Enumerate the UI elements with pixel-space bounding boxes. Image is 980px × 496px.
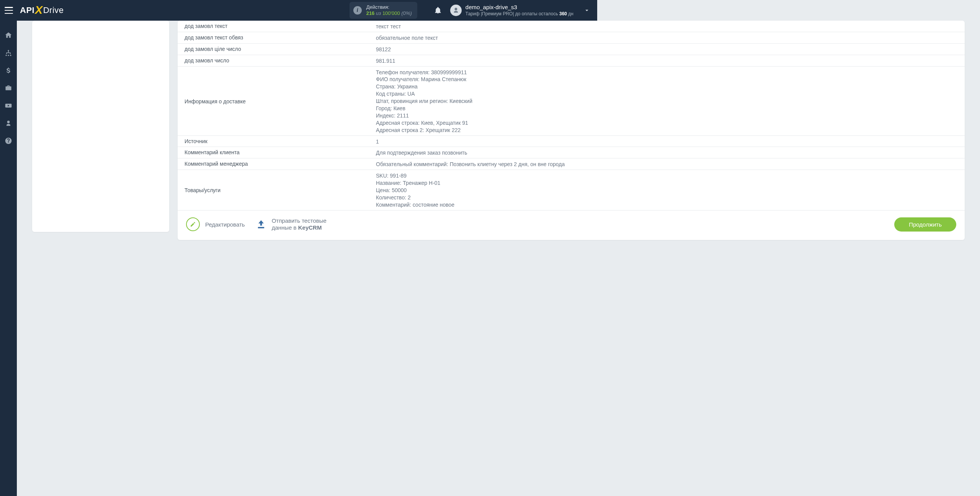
- field-value: 1: [376, 137, 597, 145]
- left-panel: [32, 21, 169, 232]
- billing-icon[interactable]: [5, 67, 12, 74]
- avatar-icon: [450, 5, 462, 16]
- right-panel: дод замовл тексттекст тестдод замовл тек…: [178, 21, 597, 240]
- table-row: Комментарий клиентаДля подтверждения зак…: [178, 147, 597, 158]
- actions-counter[interactable]: i Действия: 216 из 100'000 (0%): [350, 2, 417, 19]
- field-value: 981.911: [376, 57, 597, 65]
- info-icon: i: [353, 6, 362, 15]
- actions-label: Действия:: [366, 4, 412, 10]
- main-area: дод замовл тексттекст тестдод замовл тек…: [17, 21, 597, 300]
- user-menu[interactable]: demo_apix-drive_s3 Тариф |Премиум PRO| д…: [450, 4, 573, 17]
- actions-pct: (0%): [401, 10, 412, 16]
- username: demo_apix-drive_s3: [466, 4, 573, 11]
- field-label: дод замовл текст: [185, 22, 376, 29]
- video-icon[interactable]: [5, 102, 12, 109]
- table-row: дод замовл тексттекст тест: [178, 21, 597, 32]
- field-label: Источник: [185, 137, 376, 144]
- table-row: Товары/услугиSKU: 991-89 Название: Трена…: [178, 170, 597, 210]
- field-label: Информация о доставке: [185, 98, 376, 104]
- account-icon[interactable]: [5, 119, 12, 127]
- actions-of: из: [376, 10, 381, 16]
- table-row: Комментарий менеджераОбязательный коммен…: [178, 158, 597, 170]
- table-row: Источник1: [178, 136, 597, 147]
- field-label: Товары/услуги: [185, 186, 376, 193]
- topbar: API X Drive i Действия: 216 из 100'000 (…: [0, 0, 597, 21]
- field-label: дод замовл ціле число: [185, 45, 376, 52]
- pencil-icon: [186, 217, 200, 231]
- menu-toggle-icon[interactable]: [5, 7, 13, 14]
- logo[interactable]: API X Drive: [20, 4, 64, 17]
- field-value: текст тест: [376, 22, 597, 30]
- upload-icon: [255, 219, 267, 230]
- tariff-suffix: дн: [567, 11, 573, 16]
- table-row: дод замовл ціле число98122: [178, 44, 597, 55]
- send-line2-prefix: данные в: [272, 224, 298, 231]
- field-label: Комментарий клиента: [185, 148, 376, 155]
- table-row: Информация о доставкеТелефон получателя:…: [178, 67, 597, 136]
- home-icon[interactable]: [5, 31, 12, 39]
- send-test-label: Отправить тестовые данные в KeyCRM: [272, 217, 327, 232]
- send-brand: KeyCRM: [298, 224, 322, 231]
- tariff-days: 360: [559, 11, 567, 16]
- edit-label: Редактировать: [205, 221, 245, 228]
- edit-button[interactable]: Редактировать: [186, 217, 245, 231]
- help-icon[interactable]: [5, 137, 12, 145]
- field-label: дод замовл текст обвяз: [185, 34, 376, 41]
- actions-count: 216: [366, 10, 375, 16]
- chevron-down-icon[interactable]: [583, 7, 590, 14]
- table-row: дод замовл текст обвязобязательное поле …: [178, 32, 597, 44]
- send-test-data-button[interactable]: Отправить тестовые данные в KeyCRM: [255, 217, 327, 232]
- field-value: SKU: 991-89 Название: Тренажер H-01 Цена…: [376, 171, 597, 208]
- notifications-icon[interactable]: [434, 7, 442, 14]
- tariff-line: Тариф |Премиум PRO| до оплаты осталось 3…: [466, 11, 573, 17]
- connections-icon[interactable]: [5, 49, 12, 57]
- logo-x-icon: X: [35, 3, 43, 16]
- field-value: 98122: [376, 45, 597, 53]
- action-row: Редактировать Отправить тестовые данные …: [178, 210, 597, 232]
- data-table: дод замовл тексттекст тестдод замовл тек…: [178, 21, 597, 210]
- tariff-prefix: Тариф |Премиум PRO| до оплаты осталось: [466, 11, 559, 16]
- field-label: дод замовл число: [185, 57, 376, 64]
- actions-limit: 100'000: [382, 10, 400, 16]
- field-value: Для подтверждения заказ позвонить: [376, 148, 597, 157]
- field-label: Комментарий менеджера: [185, 160, 376, 167]
- field-value: обязательное поле текст: [376, 34, 597, 42]
- field-value: Телефон получателя: 380999999911 ФИО пол…: [376, 68, 597, 134]
- briefcase-icon[interactable]: [5, 84, 12, 92]
- user-text: demo_apix-drive_s3 Тариф |Премиум PRO| д…: [466, 4, 573, 17]
- field-value: Обязательный комментарий: Позвонить клие…: [376, 160, 597, 168]
- actions-text: Действия: 216 из 100'000 (0%): [366, 4, 412, 17]
- logo-api: API: [20, 5, 34, 15]
- logo-drive: Drive: [43, 5, 64, 15]
- side-rail: [0, 21, 17, 300]
- table-row: дод замовл число981.911: [178, 55, 597, 67]
- send-line1: Отправить тестовые: [272, 217, 327, 225]
